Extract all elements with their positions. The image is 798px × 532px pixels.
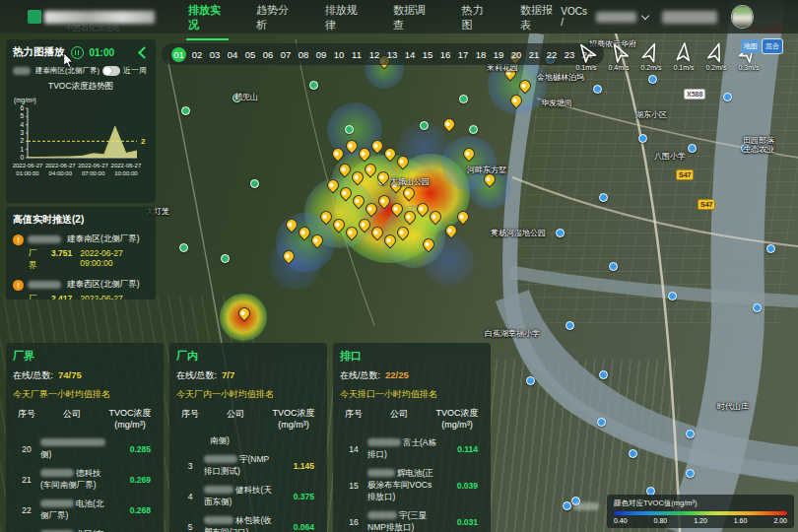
poi-marker[interactable] bbox=[638, 134, 647, 143]
row-value: 0.114 bbox=[438, 444, 484, 454]
poi-marker[interactable] bbox=[668, 292, 677, 300]
col-company: 公司 bbox=[40, 408, 103, 421]
poi-marker[interactable] bbox=[459, 95, 468, 103]
road-badge: S47 bbox=[698, 199, 715, 210]
hour-item[interactable]: 06 bbox=[261, 49, 275, 60]
table-row[interactable]: 20侧)0.285 bbox=[13, 437, 157, 461]
poi-marker[interactable] bbox=[599, 370, 608, 379]
poi-marker[interactable] bbox=[469, 125, 478, 134]
table-row[interactable]: 16宇(三显NMP排放口)0.031 bbox=[340, 510, 484, 532]
collapse-chevron-icon[interactable] bbox=[138, 46, 151, 59]
row-value: 0.031 bbox=[438, 517, 484, 527]
svg-text:2022-06-27: 2022-06-27 bbox=[45, 163, 76, 168]
poi-marker[interactable] bbox=[686, 469, 695, 478]
map-label: 华发塘尚 bbox=[541, 99, 572, 107]
hour-item[interactable]: 22 bbox=[545, 49, 559, 60]
hour-item[interactable]: 10 bbox=[332, 49, 346, 60]
hour-item[interactable]: 08 bbox=[297, 49, 310, 60]
hour-item[interactable]: 19 bbox=[492, 49, 505, 60]
station-prefix-blurred bbox=[28, 235, 61, 243]
nav-tab[interactable]: 趋势分析 bbox=[254, 0, 297, 40]
table-row[interactable]: 21德科技(车间南侧厂界)0.269 bbox=[13, 468, 157, 492]
poi-marker[interactable] bbox=[526, 376, 535, 385]
online-label: 在线/总数: bbox=[340, 370, 380, 380]
poi-marker[interactable] bbox=[221, 254, 230, 263]
poi-marker[interactable] bbox=[556, 229, 565, 237]
range-label[interactable]: 近一周 bbox=[123, 65, 147, 76]
row-no: 21 bbox=[13, 475, 40, 485]
poi-marker[interactable] bbox=[629, 449, 637, 458]
svg-text:4: 4 bbox=[20, 121, 24, 128]
hour-item[interactable]: 11 bbox=[350, 49, 364, 60]
col-value: TVOC浓度(mg/m³) bbox=[267, 408, 320, 431]
table-row[interactable]: 14富士(A栋排口)0.114 bbox=[340, 437, 484, 461]
table-row[interactable]: 3宇(NMP排口测试)1.145 bbox=[176, 454, 320, 478]
poi-marker[interactable] bbox=[766, 244, 775, 253]
poi-marker[interactable] bbox=[609, 262, 618, 271]
hour-item[interactable]: 17 bbox=[456, 49, 470, 60]
vocs-selector[interactable]: VOCs / bbox=[561, 6, 647, 28]
poi-marker[interactable] bbox=[345, 125, 354, 134]
col-value-label: TVOC浓度 bbox=[267, 408, 320, 420]
hour-item[interactable]: 04 bbox=[226, 49, 239, 60]
map-type-hybrid-button[interactable]: 混合 bbox=[763, 39, 782, 53]
poi-marker[interactable] bbox=[420, 121, 429, 130]
hour-item[interactable]: 07 bbox=[279, 49, 293, 60]
poi-marker[interactable] bbox=[688, 144, 697, 153]
playback-toggle[interactable] bbox=[102, 66, 120, 76]
poi-marker[interactable] bbox=[250, 179, 259, 188]
hour-item[interactable]: 03 bbox=[208, 49, 222, 60]
table-row[interactable]: 15辉电池(正极涂布车间VOCs排放口)0.039 bbox=[340, 468, 484, 503]
avatar[interactable] bbox=[731, 5, 754, 29]
svg-text:10:00:00: 10:00:00 bbox=[114, 170, 138, 176]
col-value: TVOC浓度(mg/m³) bbox=[431, 408, 484, 431]
nav-tab[interactable]: 数据报表 bbox=[518, 0, 561, 40]
trend-chart-title: TVOC浓度趋势图 bbox=[13, 81, 149, 93]
poi-marker[interactable] bbox=[686, 430, 695, 438]
hour-item[interactable]: 05 bbox=[243, 49, 257, 60]
col-no: 序号 bbox=[176, 408, 204, 421]
nav-tab[interactable]: 排放规律 bbox=[323, 0, 366, 40]
push-alert-item[interactable]: 建泰南区(北侧厂界)厂界3.7512022-06-27 09:00:00 bbox=[13, 233, 149, 272]
nav-tab[interactable]: 热力图 bbox=[459, 0, 493, 40]
hour-item[interactable]: 02 bbox=[190, 49, 204, 60]
vocs-value-blurred bbox=[596, 12, 635, 23]
poi-marker[interactable] bbox=[597, 418, 606, 427]
poi-marker[interactable] bbox=[181, 106, 190, 115]
hour-item[interactable]: 16 bbox=[438, 49, 452, 60]
legend-tick-label: 1.20 bbox=[694, 517, 707, 524]
poi-marker[interactable] bbox=[309, 81, 318, 90]
hour-item[interactable]: 21 bbox=[527, 49, 541, 60]
svg-text:07:00:00: 07:00:00 bbox=[82, 170, 105, 176]
poi-marker[interactable] bbox=[753, 303, 762, 312]
chevron-down-icon bbox=[641, 12, 649, 20]
poi-marker[interactable] bbox=[648, 75, 657, 84]
poi-marker[interactable] bbox=[599, 193, 608, 202]
table-row[interactable]: 22电池(北侧厂界)0.268 bbox=[13, 499, 157, 522]
poi-marker[interactable] bbox=[565, 321, 574, 330]
table-row[interactable]: 5林包装(收塑车间门口)0.064 bbox=[176, 515, 320, 532]
hour-item[interactable]: 01 bbox=[171, 47, 186, 62]
hour-item[interactable]: 14 bbox=[403, 49, 417, 60]
hour-item[interactable]: 18 bbox=[474, 49, 488, 60]
nav-tab[interactable]: 排放实况 bbox=[186, 0, 229, 40]
logo-text-blurred bbox=[44, 11, 155, 24]
push-alert-item[interactable]: 建泰西区(北侧厂界)厂界2.4172022-06-27 09:00:00 bbox=[13, 279, 149, 299]
poi-marker[interactable] bbox=[179, 243, 188, 252]
table-row[interactable]: 4健科技(天面东侧)0.375 bbox=[176, 485, 320, 508]
col-value-label: TVOC浓度 bbox=[431, 408, 484, 420]
hour-item[interactable]: 09 bbox=[314, 49, 328, 60]
hour-item[interactable]: 13 bbox=[385, 49, 399, 60]
wind-indicator: 0.1m/s bbox=[671, 41, 697, 71]
poi-marker[interactable] bbox=[593, 85, 602, 94]
col-value-unit: (mg/m³) bbox=[103, 420, 157, 432]
map-type-normal-button[interactable]: 地图 bbox=[741, 39, 761, 53]
nav-tabs: 排放实况趋势分析排放规律数据调查热力图数据报表 bbox=[186, 0, 561, 40]
hour-item[interactable]: 12 bbox=[367, 49, 381, 60]
hour-item[interactable]: 20 bbox=[509, 49, 523, 60]
legend-blurred-text bbox=[573, 502, 599, 510]
nav-tab[interactable]: 数据调查 bbox=[391, 0, 433, 40]
hour-item[interactable]: 15 bbox=[421, 49, 434, 60]
poi-marker[interactable] bbox=[723, 93, 732, 101]
road-badge: X588 bbox=[684, 89, 705, 100]
